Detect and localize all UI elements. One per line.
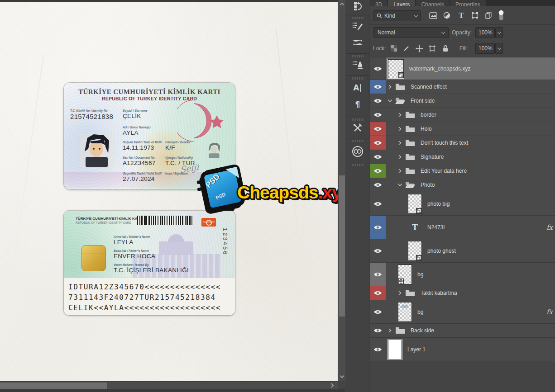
- dock-grip[interactable]: [352, 17, 364, 19]
- tab-layers[interactable]: Layers: [388, 0, 416, 6]
- layer-name[interactable]: Front side: [411, 98, 435, 104]
- lock-all-icon[interactable]: [440, 43, 450, 53]
- layer-effects-indicator[interactable]: fx: [546, 308, 553, 316]
- layer-visibility-toggle[interactable]: [370, 300, 386, 323]
- layer-row[interactable]: Photo: [370, 178, 555, 192]
- blend-mode-dropdown[interactable]: Normal: [373, 27, 449, 38]
- horizontal-scroll-thumb[interactable]: [0, 383, 107, 389]
- collapse-group-chevron[interactable]: [388, 99, 392, 103]
- layer-row[interactable]: Edit Your data here: [370, 164, 555, 178]
- layer-name[interactable]: Photo: [421, 182, 435, 188]
- expand-group-chevron[interactable]: [388, 328, 392, 333]
- fill-input[interactable]: 100%: [475, 43, 495, 54]
- layer-thumbnail[interactable]: [388, 59, 404, 78]
- layer-thumbnail[interactable]: [398, 264, 412, 284]
- layer-name[interactable]: N2473L: [427, 224, 446, 231]
- scroll-up-arrow[interactable]: [340, 3, 344, 7]
- layer-filtering-toggle[interactable]: [496, 10, 506, 20]
- layer-row[interactable]: photo big: [370, 192, 555, 216]
- layer-visibility-toggle[interactable]: [370, 94, 386, 108]
- layer-name[interactable]: bg: [417, 271, 423, 278]
- layer-row[interactable]: border: [370, 108, 555, 122]
- tab-3d[interactable]: 3D: [370, 0, 388, 6]
- layer-thumbnail[interactable]: [388, 340, 402, 359]
- layer-effects-indicator[interactable]: fx: [546, 223, 553, 231]
- layer-row[interactable]: Signature: [370, 150, 555, 164]
- kind-filter-dropdown[interactable]: Kind: [373, 10, 421, 21]
- brush-settings-panel-icon[interactable]: [346, 19, 369, 33]
- layer-name[interactable]: watermark_cheapsds.xyz: [409, 66, 470, 72]
- lock-transparent-pixels-icon[interactable]: [389, 43, 399, 53]
- layer-row[interactable]: photo ghost: [370, 239, 555, 263]
- character-panel-icon[interactable]: A|: [346, 81, 369, 94]
- layer-name[interactable]: photo big: [427, 201, 450, 207]
- expand-group-chevron[interactable]: [398, 113, 402, 117]
- layer-visibility-toggle[interactable]: [370, 324, 386, 337]
- layer-name[interactable]: Back side: [411, 327, 434, 334]
- layer-visibility-toggle[interactable]: [370, 178, 386, 192]
- layer-row[interactable]: Front side: [370, 94, 555, 108]
- layer-name[interactable]: Scanned effect: [411, 84, 447, 90]
- layer-row[interactable]: Taklit kabartma: [370, 286, 555, 300]
- layer-name[interactable]: bg: [417, 309, 423, 315]
- type-layer-filter-icon[interactable]: T: [456, 10, 466, 20]
- expand-group-chevron[interactable]: [398, 169, 402, 173]
- vertical-scroll-thumb[interactable]: [339, 175, 345, 316]
- layer-visibility-toggle[interactable]: [370, 286, 386, 300]
- layer-visibility-toggle[interactable]: [370, 164, 386, 178]
- lock-artboard-icon[interactable]: [427, 43, 437, 53]
- layer-row[interactable]: watermark_cheapsds.xyz: [370, 57, 555, 80]
- layer-thumbnail[interactable]: [408, 194, 422, 214]
- collapse-group-chevron[interactable]: [398, 183, 402, 187]
- layer-name[interactable]: Layer 1: [407, 346, 426, 353]
- document-canvas[interactable]: TÜRKİYE CUMHURİYETİ KİMLİK KARTI REPUBLI…: [0, 0, 338, 381]
- layer-visibility-toggle[interactable]: [370, 122, 386, 136]
- layer-name[interactable]: Holo: [421, 126, 432, 132]
- dock-grip[interactable]: [352, 118, 364, 121]
- layer-row[interactable]: Don't touch this text: [370, 136, 555, 150]
- layer-visibility-toggle[interactable]: [370, 338, 386, 361]
- dock-grip[interactable]: [352, 164, 364, 166]
- expand-group-chevron[interactable]: [398, 291, 402, 295]
- dock-grip[interactable]: [352, 77, 364, 80]
- pixel-layer-filter-icon[interactable]: [428, 10, 438, 20]
- lock-position-icon[interactable]: [414, 43, 424, 53]
- layer-visibility-toggle[interactable]: [370, 150, 386, 164]
- layer-visibility-toggle[interactable]: [370, 192, 386, 215]
- layer-name[interactable]: photo ghost: [427, 248, 456, 254]
- shape-layer-filter-icon[interactable]: [470, 10, 480, 20]
- tool-presets-panel-icon[interactable]: [346, 121, 369, 135]
- fill-dropdown-button[interactable]: [495, 43, 503, 54]
- dock-grip[interactable]: [352, 140, 364, 142]
- layer-visibility-toggle[interactable]: [370, 239, 386, 262]
- expand-group-chevron[interactable]: [398, 127, 402, 131]
- layer-visibility-toggle[interactable]: [370, 216, 386, 239]
- opacity-dropdown-button[interactable]: [495, 27, 503, 38]
- layer-visibility-toggle[interactable]: [370, 136, 386, 150]
- layer-row[interactable]: bgfx: [370, 300, 555, 324]
- dock-grip[interactable]: [352, 55, 364, 57]
- layer-visibility-toggle[interactable]: [370, 80, 386, 94]
- layer-thumbnail[interactable]: [398, 302, 412, 322]
- layer-thumbnail[interactable]: [408, 241, 422, 261]
- scroll-down-arrow[interactable]: [340, 374, 344, 378]
- expand-group-chevron[interactable]: [388, 85, 392, 89]
- layer-name[interactable]: border: [421, 112, 436, 118]
- creative-cloud-panel-icon[interactable]: [346, 145, 369, 158]
- paragraph-panel-icon[interactable]: ¶: [346, 98, 369, 111]
- layer-visibility-toggle[interactable]: [370, 263, 386, 286]
- scroll-right-arrow[interactable]: [330, 383, 334, 388]
- layer-name[interactable]: Don't touch this text: [421, 140, 468, 146]
- layer-name[interactable]: Edit Your data here: [421, 168, 467, 174]
- adjustment-layer-filter-icon[interactable]: [442, 10, 452, 20]
- layer-visibility-toggle[interactable]: [370, 57, 386, 80]
- text-layer-icon[interactable]: T: [408, 222, 422, 232]
- layer-row[interactable]: Back side: [370, 324, 555, 338]
- history-panel-icon[interactable]: [346, 0, 369, 13]
- horizontal-scrollbar[interactable]: [0, 381, 338, 389]
- clone-source-panel-icon[interactable]: [346, 58, 369, 72]
- expand-group-chevron[interactable]: [398, 141, 402, 145]
- layer-name[interactable]: Signature: [421, 154, 444, 160]
- smart-object-filter-icon[interactable]: [483, 10, 493, 20]
- layer-name[interactable]: Taklit kabartma: [421, 290, 457, 296]
